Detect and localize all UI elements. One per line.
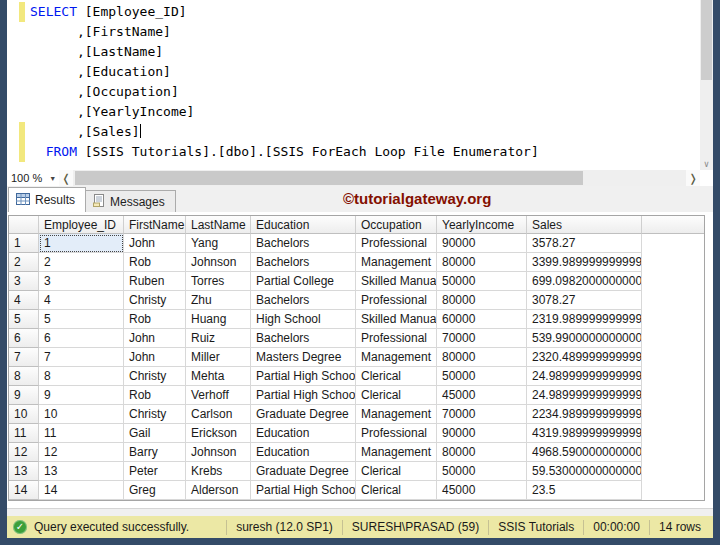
grid-cell[interactable]: Partial High School <box>251 367 356 386</box>
grid-cell[interactable]: Management <box>356 443 437 462</box>
row-header[interactable]: 9 <box>9 386 39 405</box>
grid-cell[interactable]: Johnson <box>186 443 251 462</box>
grid-cell[interactable]: Miller <box>186 348 251 367</box>
row-header[interactable]: 8 <box>9 367 39 386</box>
row-header[interactable]: 1 <box>9 234 39 253</box>
grid-cell[interactable]: Professional <box>356 424 437 443</box>
row-header[interactable]: 3 <box>9 272 39 291</box>
grid-cell[interactable]: High School <box>251 310 356 329</box>
grid-cell[interactable]: Christy <box>124 405 186 424</box>
grid-cell[interactable]: 11 <box>39 424 124 443</box>
grid-cell[interactable]: Professional <box>356 329 437 348</box>
column-header-sales[interactable]: Sales <box>527 216 642 234</box>
grid-cell[interactable]: 8 <box>39 367 124 386</box>
column-header-occupation[interactable]: Occupation <box>356 216 437 234</box>
grid-cell[interactable]: Bachelors <box>251 234 356 253</box>
grid-cell[interactable]: 70000 <box>437 405 527 424</box>
grid-cell[interactable]: 80000 <box>437 348 527 367</box>
grid-cell[interactable]: Carlson <box>186 405 251 424</box>
row-header[interactable]: 7 <box>9 348 39 367</box>
grid-cell[interactable]: Zhu <box>186 291 251 310</box>
tab-results[interactable]: Results <box>8 187 86 212</box>
grid-cell[interactable]: 90000 <box>437 234 527 253</box>
grid-cell[interactable]: 24.989999999999998 <box>527 367 642 386</box>
grid-cell[interactable]: 60000 <box>437 310 527 329</box>
grid-cell[interactable]: Verhoff <box>186 386 251 405</box>
grid-cell[interactable]: Torres <box>186 272 251 291</box>
grid-cell[interactable]: Management <box>356 253 437 272</box>
grid-cell[interactable]: 10 <box>39 405 124 424</box>
code-line[interactable]: ,[LastName] <box>7 42 713 62</box>
code-line[interactable]: ,[FirstName] <box>7 22 713 42</box>
row-header[interactable]: 4 <box>9 291 39 310</box>
grid-cell[interactable]: 1 <box>39 234 124 253</box>
row-header[interactable]: 11 <box>9 424 39 443</box>
editor-zoom-select[interactable]: 100 % ▼ <box>7 170 59 186</box>
grid-cell[interactable]: Christy <box>124 291 186 310</box>
grid-cell[interactable]: 45000 <box>437 386 527 405</box>
grid-cell[interactable]: Management <box>356 405 437 424</box>
grid-cell[interactable]: Yang <box>186 234 251 253</box>
grid-cell[interactable]: 80000 <box>437 291 527 310</box>
grid-cell[interactable]: Johnson <box>186 253 251 272</box>
grid-cell[interactable]: Clerical <box>356 386 437 405</box>
grid-cell[interactable]: Alderson <box>186 481 251 500</box>
editor-horizontal-scrollbar[interactable] <box>73 170 686 186</box>
column-header-lastname[interactable]: LastName <box>186 216 251 234</box>
grid-cell[interactable]: 13 <box>39 462 124 481</box>
grid-cell[interactable]: Graduate Degree <box>251 462 356 481</box>
scroll-left-icon[interactable]: ❬ <box>59 170 73 186</box>
grid-cell[interactable]: 23.5 <box>527 481 642 500</box>
grid-cell[interactable]: Gail <box>124 424 186 443</box>
results-grid[interactable]: Employee_IDFirstNameLastNameEducationOcc… <box>8 215 705 501</box>
grid-cell[interactable]: 9 <box>39 386 124 405</box>
grid-cell[interactable]: Ruiz <box>186 329 251 348</box>
row-header[interactable]: 10 <box>9 405 39 424</box>
column-header-firstname[interactable]: FirstName <box>124 216 186 234</box>
grid-cell[interactable]: Graduate Degree <box>251 405 356 424</box>
grid-cell[interactable]: 70000 <box>437 329 527 348</box>
grid-cell[interactable]: 4 <box>39 291 124 310</box>
scroll-down-icon[interactable]: ∨ <box>700 159 713 169</box>
grid-cell[interactable]: 6 <box>39 329 124 348</box>
grid-cell[interactable]: 699.09820000000002 <box>527 272 642 291</box>
grid-cell[interactable]: Education <box>251 443 356 462</box>
grid-cell[interactable]: Krebs <box>186 462 251 481</box>
grid-cell[interactable]: Skilled Manual <box>356 310 437 329</box>
grid-cell[interactable]: 2234.9899999999998 <box>527 405 642 424</box>
grid-cell[interactable]: 4319.9899999999998 <box>527 424 642 443</box>
code-line[interactable]: ,[Education] <box>7 62 713 82</box>
grid-cell[interactable]: Professional <box>356 234 437 253</box>
grid-cell[interactable]: Partial College <box>251 272 356 291</box>
grid-cell[interactable]: 45000 <box>437 481 527 500</box>
column-header-education[interactable]: Education <box>251 216 356 234</box>
grid-cell[interactable]: 7 <box>39 348 124 367</box>
grid-cell[interactable]: 2 <box>39 253 124 272</box>
grid-cell[interactable]: 12 <box>39 443 124 462</box>
grid-cell[interactable]: Management <box>356 348 437 367</box>
grid-cell[interactable]: Masters Degree <box>251 348 356 367</box>
grid-cell[interactable]: 2319.9899999999998 <box>527 310 642 329</box>
scroll-right-icon[interactable]: ❭ <box>686 170 700 186</box>
grid-cell[interactable]: 80000 <box>437 443 527 462</box>
grid-cell[interactable]: 50000 <box>437 462 527 481</box>
grid-cell[interactable]: Bachelors <box>251 291 356 310</box>
grid-cell[interactable]: 5 <box>39 310 124 329</box>
editor-vertical-scrollbar[interactable]: ∨ <box>700 0 713 170</box>
grid-cell[interactable]: 59.530000000000001 <box>527 462 642 481</box>
grid-cell[interactable]: Bachelors <box>251 253 356 272</box>
column-header-employee_id[interactable]: Employee_ID <box>39 216 124 234</box>
grid-cell[interactable]: Ruben <box>124 272 186 291</box>
tab-messages[interactable]: Messages <box>85 190 176 212</box>
grid-cell[interactable]: Greg <box>124 481 186 500</box>
row-header[interactable]: 6 <box>9 329 39 348</box>
sql-editor[interactable]: SELECT [Employee_ID] ,[FirstName] ,[Last… <box>7 0 713 170</box>
grid-cell[interactable]: Mehta <box>186 367 251 386</box>
grid-cell[interactable]: Clerical <box>356 367 437 386</box>
grid-cell[interactable]: Rob <box>124 310 186 329</box>
row-header[interactable]: 13 <box>9 462 39 481</box>
grid-cell[interactable]: 3078.27 <box>527 291 642 310</box>
grid-cell[interactable]: John <box>124 234 186 253</box>
code-line[interactable]: ,[Occupation] <box>7 82 713 102</box>
grid-cell[interactable]: John <box>124 348 186 367</box>
